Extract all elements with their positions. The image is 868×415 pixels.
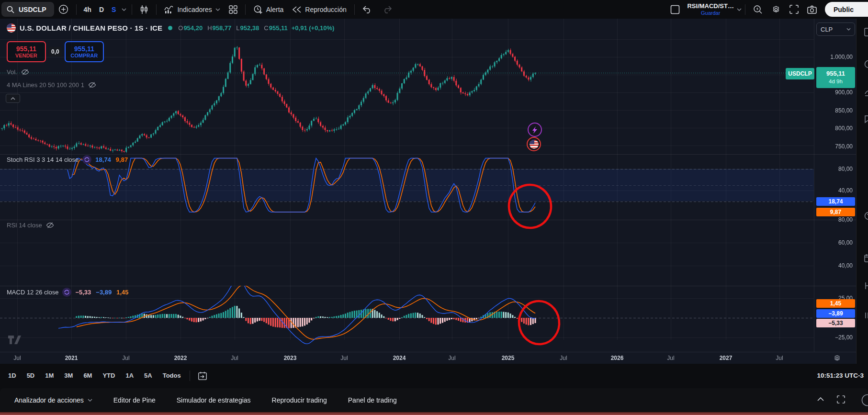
quick-search-button[interactable]	[749, 0, 767, 19]
indicators-button[interactable]: Indicadores	[160, 0, 224, 19]
footer-tab[interactable]: Simulador de estrategias	[177, 396, 251, 404]
range-button-6m[interactable]: 6M	[78, 372, 97, 379]
symbol-title[interactable]: U.S. DOLLAR / CHILEAN PESO · 1S · ICE	[20, 24, 162, 32]
chevron-down-icon[interactable]	[737, 8, 742, 11]
footer-tab[interactable]: Reproducir trading	[272, 396, 327, 404]
stoch-axis-label: 40,00	[838, 187, 853, 194]
undo-button[interactable]	[358, 0, 377, 19]
time-axis-label: 2022	[174, 355, 187, 361]
symbol-flag-icon	[7, 23, 16, 33]
settings-button[interactable]	[767, 0, 785, 19]
rewind-icon	[292, 6, 302, 13]
right-sidebar[interactable]	[856, 19, 868, 364]
date-range-buttons: 1D5D1M3M6MYTD1A5ATodos	[3, 372, 186, 379]
time-axis-label: 2021	[65, 355, 78, 361]
alerts-icon[interactable]	[864, 59, 868, 69]
layout-templates-button[interactable]	[225, 0, 242, 19]
buy-price: 955,11	[74, 45, 94, 53]
chart-style-button[interactable]	[135, 0, 153, 19]
economic-event-icon[interactable]	[528, 123, 542, 137]
time-axis-label: 2026	[611, 355, 624, 361]
layout-name-save[interactable]: RSI/MACD/ST… Guardar	[687, 3, 734, 16]
bottom-toolbar: 1D5D1M3M6MYTD1A5ATodos 10:51:23 UTC-3	[0, 364, 868, 387]
redo-button[interactable]	[377, 0, 396, 19]
time-axis-label: Jul	[13, 355, 21, 361]
range-button-5d[interactable]: 5D	[22, 372, 40, 379]
macd-value-badge: −5,33	[816, 319, 855, 327]
macd-legend-row[interactable]: MACD 12 26 close −5,33−3,891,45	[7, 288, 129, 297]
eye-off-icon[interactable]	[46, 222, 54, 229]
bar-countdown: 4d 9h	[816, 78, 855, 86]
eye-off-icon[interactable]	[88, 81, 96, 89]
range-button-ytd[interactable]: YTD	[97, 372, 120, 379]
compare-add-button[interactable]	[54, 0, 73, 19]
footer-tab[interactable]: Analizador de acciones	[14, 396, 92, 404]
help-circle-icon[interactable]	[861, 394, 868, 406]
calendar-icon[interactable]	[864, 253, 868, 263]
alert-label: Alerta	[266, 6, 284, 13]
watchlist-icon[interactable]	[864, 27, 868, 37]
chat-icon[interactable]	[864, 114, 868, 124]
collapse-legend-button[interactable]	[6, 94, 20, 103]
timeframe-button-4h[interactable]: 4h	[80, 6, 95, 13]
select-layout-button[interactable]	[666, 0, 684, 19]
hotlists-icon[interactable]	[864, 281, 868, 291]
notes-icon[interactable]	[864, 311, 868, 320]
timeframe-dropdown[interactable]	[120, 0, 128, 19]
spread-value: 0,0	[49, 47, 62, 56]
macd-value-badge: −3,89	[816, 309, 855, 318]
sell-button[interactable]: 955,11 VENDER	[7, 41, 46, 62]
go-to-date-button[interactable]	[193, 366, 212, 385]
stoch-rsi-legend-row[interactable]: Stoch RSI 3 3 14 14 close 18,749,87	[7, 155, 128, 164]
ohlc-value: C955,11	[264, 24, 287, 32]
symbol-search-button[interactable]: USDCLP	[1, 2, 54, 17]
currency-selector-button[interactable]: CLP	[816, 22, 855, 36]
help-icon[interactable]	[864, 211, 868, 221]
fullscreen-button[interactable]	[785, 0, 803, 19]
clock[interactable]: 10:51:23 UTC-3	[817, 372, 864, 379]
footer-tabs: Analizador de accionesEditor de PineSimu…	[0, 396, 397, 404]
save-button[interactable]: Guardar	[701, 10, 720, 16]
macd-plot-value: −3,89	[96, 289, 112, 296]
chart-region: U.S. DOLLAR / CHILEAN PESO · 1S · ICE O9…	[0, 19, 856, 364]
snapshot-button[interactable]	[803, 0, 821, 19]
bottom-edge-strip	[0, 412, 868, 415]
range-button-1d[interactable]: 1D	[3, 372, 22, 379]
time-axis-gear-icon[interactable]	[833, 354, 841, 362]
range-button-1a[interactable]: 1A	[120, 372, 139, 379]
footer-panel: Analizador de accionesEditor de PineSimu…	[0, 388, 868, 412]
buy-button[interactable]: 955,11 COMPRAR	[65, 41, 104, 62]
market-status-dot-icon[interactable]	[168, 26, 172, 30]
panel-chevron-up-icon[interactable]	[817, 397, 824, 401]
footer-tab[interactable]: Panel de trading	[348, 396, 397, 404]
replay-button[interactable]: Reproducción	[288, 0, 350, 19]
stoch-plot-value: 9,87	[116, 156, 128, 163]
price-axis[interactable]: CLP 955,11 4d 9h 1.000,00900,00850,00800…	[814, 19, 857, 352]
eye-off-icon[interactable]	[21, 68, 29, 76]
timeframe-button-d[interactable]: D	[95, 6, 108, 13]
price-axis-label: 750,00	[835, 143, 853, 150]
alert-button[interactable]: Alerta	[249, 0, 288, 19]
macd-axis-label: −25,00	[835, 334, 853, 341]
stoch-value-badge: 9,87	[816, 208, 855, 216]
range-button-3m[interactable]: 3M	[59, 372, 78, 379]
rsi-legend-row[interactable]: RSI 14 close	[7, 222, 54, 229]
time-axis[interactable]: Jul2021Jul2022Jul2023Jul2024Jul2025Jul20…	[0, 352, 856, 364]
range-button-todos[interactable]: Todos	[158, 372, 186, 379]
range-button-1m[interactable]: 1M	[40, 372, 59, 379]
us-flag-event-icon[interactable]	[527, 137, 541, 151]
ideas-icon[interactable]	[864, 88, 868, 98]
chevron-down-icon	[215, 8, 220, 11]
chevron-down-icon	[846, 28, 851, 31]
chart-canvas[interactable]	[0, 19, 856, 352]
footer-tab[interactable]: Editor de Pine	[113, 396, 156, 404]
rsi-axis-label: 80,00	[838, 216, 853, 223]
panel-maximize-icon[interactable]	[837, 395, 845, 404]
time-axis-label: Jul	[448, 355, 455, 361]
timeframe-button-s[interactable]: S	[108, 6, 120, 13]
macd-values: −5,33−3,891,45	[75, 289, 128, 296]
range-button-5a[interactable]: 5A	[139, 372, 158, 379]
tradingview-logo-icon[interactable]	[8, 334, 22, 346]
toolbar-separator	[190, 370, 190, 381]
publish-button[interactable]: Public	[825, 2, 868, 17]
